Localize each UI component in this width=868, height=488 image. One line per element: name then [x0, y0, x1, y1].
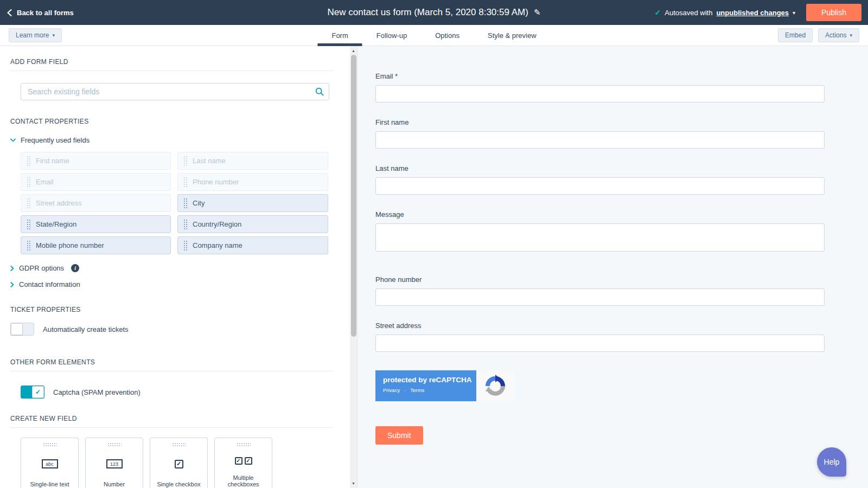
field-chip-mobile-phone-number[interactable]: Mobile phone number: [21, 236, 171, 254]
back-to-forms-link[interactable]: Back to all forms: [7, 9, 74, 17]
field-chip-grid: First name Last name Email Phone number …: [21, 152, 333, 254]
field-label: First name: [375, 118, 825, 126]
preview-field-phone-number[interactable]: Phone number: [375, 275, 825, 306]
chevron-right-icon: [10, 282, 14, 287]
field-chip-city[interactable]: City: [177, 194, 328, 212]
field-chip-email: Email: [21, 173, 171, 191]
number-input-icon: 123: [106, 459, 123, 468]
form-editor-app: Back to all forms New contact us form (M…: [0, 0, 868, 488]
drag-handle-icon: [27, 156, 30, 166]
edit-title-pencil-icon[interactable]: ✎: [534, 8, 541, 17]
recaptcha-separator: -: [404, 387, 406, 393]
ticket-properties-heading: TICKET PROPERTIES: [10, 306, 333, 313]
help-button[interactable]: Help: [817, 447, 846, 477]
field-chip-company-name[interactable]: Company name: [177, 236, 328, 254]
drag-handle-icon: [43, 442, 57, 447]
drag-handle-icon: [183, 198, 187, 209]
sidebar-scrollbar[interactable]: ▲ ▼: [350, 46, 357, 488]
editor-tabs: Form Follow-up Options Style & preview: [317, 25, 550, 46]
preview-field-email[interactable]: Email *: [375, 72, 825, 102]
preview-field-last-name[interactable]: Last name: [375, 164, 825, 195]
email-field-input[interactable]: [375, 85, 825, 102]
tab-follow-up[interactable]: Follow-up: [362, 25, 421, 46]
submit-button[interactable]: Submit: [375, 426, 423, 445]
drag-handle-icon: [27, 240, 30, 251]
tab-form[interactable]: Form: [317, 25, 362, 46]
embed-label: Embed: [785, 31, 806, 39]
scroll-down-arrow-icon[interactable]: ▼: [350, 480, 357, 487]
search-icon[interactable]: [315, 87, 324, 98]
back-label: Back to all forms: [17, 9, 74, 17]
field-label: Street address: [375, 322, 825, 330]
learn-more-label: Learn more: [16, 31, 49, 39]
divider: [10, 427, 333, 428]
frequently-used-fields-label: Frequently used fields: [21, 136, 90, 144]
last-name-field-input[interactable]: [375, 177, 825, 195]
contact-information-expander[interactable]: Contact information: [10, 280, 333, 288]
tab-style-preview[interactable]: Style & preview: [474, 25, 551, 46]
phone-number-field-input[interactable]: [375, 288, 825, 306]
caret-down-icon: ▾: [52, 33, 55, 38]
gdpr-options-label: GDPR options: [19, 264, 64, 272]
recaptcha-terms-link[interactable]: Terms: [410, 387, 424, 393]
search-existing-fields-input[interactable]: [21, 83, 329, 100]
autosave-check-icon: ✓: [655, 8, 661, 17]
new-field-card-multiple-checkboxes[interactable]: ✓ ✓ Multiple checkboxes: [214, 438, 272, 488]
field-chip-state-region[interactable]: State/Region: [21, 215, 171, 233]
frequently-used-fields-toggle[interactable]: Frequently used fields: [10, 136, 333, 144]
auto-create-tickets-label: Automatically create tickets: [43, 325, 129, 333]
new-field-card-number[interactable]: 123 Number: [85, 438, 143, 488]
chip-label: State/Region: [36, 220, 76, 228]
multiple-checkboxes-icon: ✓ ✓: [235, 457, 252, 465]
drag-handle-icon: [27, 219, 30, 230]
form-preview-panel: Email * First name Last name Message Pho…: [357, 46, 868, 488]
recaptcha-privacy-link[interactable]: Privacy: [383, 387, 400, 393]
recaptcha-text-block: protected by reCAPTCHA Privacy - Terms: [375, 370, 476, 401]
chip-label: Phone number: [193, 178, 239, 186]
other-form-elements-heading: OTHER FORM ELEMENTS: [10, 358, 333, 366]
auto-create-tickets-toggle[interactable]: [10, 323, 34, 336]
card-label: Multiple checkboxes: [217, 474, 270, 487]
field-chip-country-region[interactable]: Country/Region: [177, 215, 328, 233]
drag-handle-icon: [237, 442, 251, 447]
field-chip-first-name: First name: [21, 152, 171, 170]
gdpr-options-expander[interactable]: GDPR options i: [10, 264, 333, 272]
publish-button[interactable]: Publish: [806, 4, 861, 21]
chevron-down-icon: [10, 138, 16, 142]
captcha-label: Captcha (SPAM prevention): [53, 388, 141, 396]
drag-handle-icon: [27, 177, 30, 188]
drag-handle-icon: [183, 240, 187, 251]
chip-label: Country/Region: [193, 220, 241, 228]
checkbox-icon: ✓: [245, 457, 252, 465]
info-icon[interactable]: i: [71, 264, 79, 272]
unpublished-changes-link[interactable]: unpublished changes: [716, 9, 789, 17]
drag-handle-icon: [183, 219, 187, 230]
first-name-field-input[interactable]: [375, 131, 825, 149]
checkbox-icon: ✓: [235, 457, 242, 465]
chevron-left-icon: [7, 9, 12, 16]
field-chip-last-name: Last name: [177, 152, 328, 170]
autosave-text: Autosaved with: [665, 9, 712, 17]
street-address-field-input[interactable]: [375, 335, 825, 352]
drag-handle-icon: [183, 177, 187, 188]
scrollbar-thumb[interactable]: [351, 55, 356, 337]
learn-more-button[interactable]: Learn more ▾: [9, 28, 62, 42]
divider: [10, 70, 333, 71]
captcha-toggle[interactable]: ✓: [21, 386, 44, 399]
new-field-card-single-line-text[interactable]: abc Single-line text: [21, 438, 79, 488]
autosave-caret-icon[interactable]: ▾: [793, 10, 795, 16]
tab-options[interactable]: Options: [421, 25, 474, 46]
message-field-textarea[interactable]: [375, 223, 825, 252]
card-label: Single checkbox: [157, 481, 200, 487]
card-label: Single-line text: [30, 481, 69, 487]
drag-handle-icon: [107, 442, 122, 447]
preview-field-message[interactable]: Message: [375, 210, 825, 254]
preview-field-street-address[interactable]: Street address: [375, 322, 825, 352]
embed-button[interactable]: Embed: [778, 28, 813, 42]
actions-button[interactable]: Actions ▾: [818, 28, 859, 42]
preview-field-first-name[interactable]: First name: [375, 118, 825, 149]
new-field-card-single-checkbox[interactable]: ✓ Single checkbox: [150, 438, 208, 488]
contact-information-label: Contact information: [19, 280, 80, 288]
chip-label: City: [193, 199, 205, 207]
scroll-up-arrow-icon[interactable]: ▲: [350, 47, 357, 54]
